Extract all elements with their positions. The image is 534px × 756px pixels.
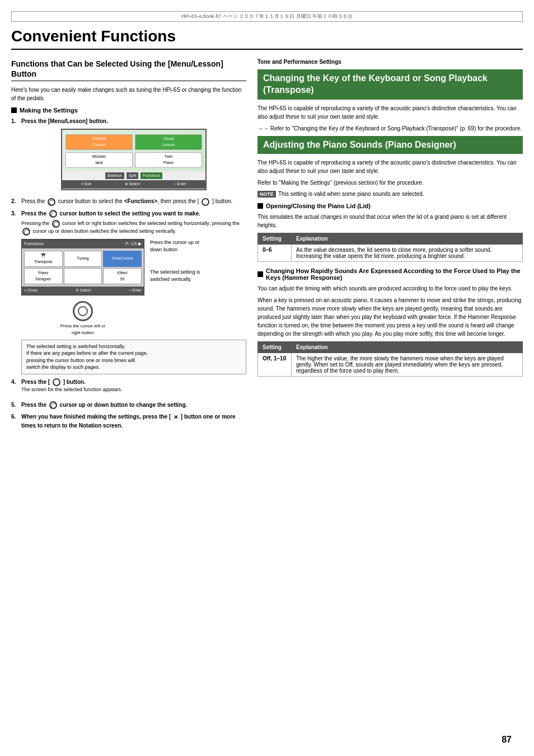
step-4-num: 4. <box>11 378 19 397</box>
menu-exit: × Exit <box>81 181 91 187</box>
hammer-table-header-explanation: Explanation <box>292 342 523 353</box>
black-square-icon <box>11 107 17 113</box>
lid-explanation: As the value decreases, the lid seems to… <box>292 245 523 262</box>
cursor-icon-3a <box>52 220 60 228</box>
step-4-text: Press the [ ] button. <box>21 379 86 385</box>
step-1: 1. Press the [Menu/Lesson] button. DoReM… <box>11 117 246 194</box>
lid-table-row: 0–6 As the value decreases, the lid seem… <box>258 245 523 262</box>
hammer-heading-text: Changing How Rapidly Sounds Are Expresse… <box>266 267 523 281</box>
step-1-num: 1. <box>11 117 19 194</box>
step-6-text: When you have finished making the settin… <box>21 414 236 429</box>
step-4-detail: The screen for the selected function app… <box>21 386 246 394</box>
right-column: Tone and Performance Settings Changing t… <box>257 59 523 433</box>
lid-table: Setting Explanation 0–6 As the value dec… <box>257 233 523 262</box>
cursor-icon-5 <box>49 401 57 409</box>
screen-item-tuning: Tuning <box>64 251 102 267</box>
cursor-icon-3b <box>22 228 30 236</box>
menu-enter: ○ Enter <box>174 181 186 187</box>
functions-btn: Functions <box>140 172 162 180</box>
lid-heading-text: Opening/Closing the Piano Lid (Lid) <box>266 203 371 209</box>
circle-btn-4 <box>53 378 60 386</box>
lid-setting: 0–6 <box>258 245 292 262</box>
split-btn: Split <box>127 172 139 180</box>
screen-close: × Close <box>24 288 38 294</box>
cursor-icon-3 <box>49 210 57 218</box>
hammer-body1: You can adjust the timing with which sou… <box>257 284 523 293</box>
step-6: 6. When you have finished making the set… <box>11 412 246 430</box>
step-1-text: Press the [Menu/Lesson] button. <box>21 118 108 124</box>
step-5-text: Press the cursor up or down button to ch… <box>21 402 187 408</box>
menu-card-wonder: Wonderland <box>65 152 133 168</box>
lid-table-header-setting: Setting <box>258 233 292 245</box>
black-square-hammer <box>257 271 263 277</box>
note-text: This setting is valid when some piano so… <box>278 190 424 198</box>
functions-diagram: Functions P: 1/5 ▶ 🎹Transpose Tuning Ton… <box>21 239 246 336</box>
header-text: HPi-6S-e.book 87 ページ ２００７年１１月１９日 月曜日 午前１… <box>181 13 353 20</box>
big-cursor-icon <box>73 301 93 321</box>
bottom-annotation: Press the cursor left orright button <box>21 323 144 336</box>
page-title: Convenient Functions <box>11 27 523 50</box>
step-2-num: 2. <box>11 197 19 205</box>
balance-btn: Balance <box>105 172 124 180</box>
screen-title: Functions <box>24 241 44 247</box>
hammer-table-row: Off, 1–10 The higher the value, the more… <box>258 353 523 377</box>
screen-item-empty <box>64 268 102 284</box>
hammer-explanation: The higher the value, the more slowly th… <box>292 353 523 377</box>
step-6-num: 6. <box>11 412 19 430</box>
menu-select: ⊚ Select <box>125 181 140 187</box>
transpose-arrow: → → Refer to "Changing the Key of the Ke… <box>257 124 523 133</box>
piano-designer-body1: The HPi-6S is capable of reproducing a v… <box>257 158 523 175</box>
step-5: 5. Press the cursor up or down button to… <box>11 401 246 409</box>
cursor-icon-2 <box>48 198 55 206</box>
piano-designer-section-heading: Adjusting the Piano Sounds (Piano Design… <box>257 136 523 154</box>
step-3-num: 3. <box>11 209 19 374</box>
note-box: NOTE This setting is valid when some pia… <box>257 190 523 198</box>
left-intro-text: Here's how you can easily make changes s… <box>11 86 246 102</box>
callout-text: The selected setting is switched horizon… <box>26 344 148 370</box>
arrow-icon: → <box>257 124 263 133</box>
hammer-table-header-setting: Setting <box>258 342 292 353</box>
left-section-heading: Functions that Can be Selected Using the… <box>11 59 246 81</box>
right-annotations: Press the cursor up ordown button The se… <box>150 239 200 283</box>
lid-table-header-explanation: Explanation <box>292 233 523 245</box>
piano-designer-heading-text: Adjusting the Piano Sounds (Piano Design… <box>263 140 456 149</box>
note-label: NOTE <box>257 191 276 198</box>
header-bar: HPi-6S-e.book 87 ページ ２００７年１１月１９日 月曜日 午前１… <box>11 11 523 22</box>
tone-perf-label: Tone and Performance Settings <box>257 59 523 65</box>
menu-footer: × Exit ⊚ Select ○ Enter <box>62 180 205 189</box>
making-settings-label: Making the Settings <box>20 107 78 114</box>
transpose-body1: The HPi-6S is capable of reproducing a v… <box>257 104 523 121</box>
step-2-text: Press the cursor button to select the <F… <box>21 198 232 204</box>
step-3: 3. Press the cursor button to select the… <box>11 209 246 374</box>
callout-box: The selected setting is switched horizon… <box>21 340 246 374</box>
making-settings-heading: Making the Settings <box>11 107 246 114</box>
screen-select: ⊚ Select <box>76 288 91 294</box>
step-3-text: Press the cursor button to select the se… <box>21 210 200 217</box>
screen-item-tonecontrol: ToneControl <box>103 251 142 267</box>
lid-subsection-heading: Opening/Closing the Piano Lid (Lid) <box>257 203 523 209</box>
circle-btn-2 <box>202 198 209 206</box>
step-2: 2. Press the cursor button to select the… <box>11 197 246 205</box>
transpose-heading-text: Changing the Key of the Keyboard or Song… <box>263 73 488 95</box>
screen-item-effect: Effect50 <box>103 268 142 284</box>
hammer-setting: Off, 1–10 <box>258 353 292 377</box>
piano-designer-body2: Refer to "Making the Settings" (previous… <box>257 179 523 187</box>
step-4: 4. Press the [ ] button. The screen for … <box>11 378 246 397</box>
x-btn-6: ✕ <box>174 413 178 421</box>
screen-page: P: 1/5 ▶ <box>125 241 142 247</box>
step-5-num: 5. <box>11 401 19 409</box>
hammer-body2: When a key is pressed on an acoustic pia… <box>257 296 523 338</box>
page-number: 87 <box>502 735 512 745</box>
hammer-table: Setting Explanation Off, 1–10 The higher… <box>257 341 523 377</box>
annotation-switched: The selected setting isswitched vertical… <box>150 269 200 283</box>
left-column: Functions that Can be Selected Using the… <box>11 59 246 433</box>
menu-screenshot: DoReMiCourse VisualLesson Wonderland Twi… <box>61 129 207 190</box>
screen-item-piano-designer: PianoDesigner <box>24 268 63 284</box>
lid-body: This simulates the actual changes in sou… <box>257 213 523 229</box>
annotation-up-down: Press the cursor up ordown button <box>150 239 200 253</box>
menu-card-twin: TwinPiano <box>135 152 202 168</box>
screen-item-transpose: 🎹Transpose <box>24 251 63 267</box>
hammer-subsection-heading: Changing How Rapidly Sounds Are Expresse… <box>257 267 523 281</box>
transpose-section-heading: Changing the Key of the Keyboard or Song… <box>257 69 523 100</box>
screen-enter: ○ Enter <box>129 288 142 294</box>
